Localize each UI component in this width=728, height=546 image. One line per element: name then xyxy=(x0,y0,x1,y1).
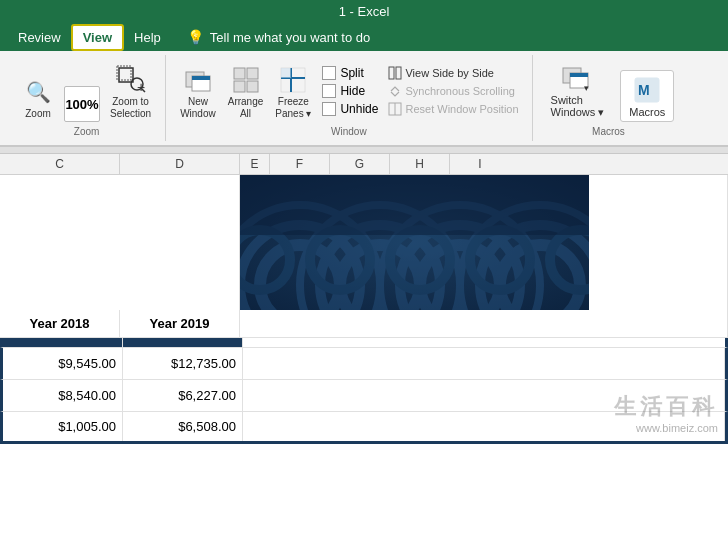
svg-text:M: M xyxy=(638,82,650,98)
view-side-icon xyxy=(388,66,402,80)
svg-rect-22 xyxy=(570,73,588,77)
switch-windows-label: SwitchWindows ▾ xyxy=(551,94,605,119)
sync-scroll-label: Synchronous Scrolling xyxy=(405,85,514,97)
tell-me-text: Tell me what you want to do xyxy=(210,30,370,45)
cell-rest-1 xyxy=(243,348,725,379)
svg-rect-8 xyxy=(234,68,245,79)
macros-label: Macros xyxy=(629,106,665,118)
svg-rect-44 xyxy=(240,175,589,235)
lightbulb-icon: 💡 xyxy=(187,29,204,45)
split-hide-group: Split Hide Unhide xyxy=(319,65,381,117)
unhide-label: Unhide xyxy=(340,102,378,116)
window-group-label: Window xyxy=(331,126,367,137)
synchronous-scrolling-button[interactable]: Synchronous Scrolling xyxy=(385,83,521,99)
zoom-icon: 🔍 xyxy=(22,76,54,108)
cell-d2[interactable]: $6,227.00 xyxy=(123,380,243,411)
table-header-rest xyxy=(243,338,725,347)
ribbon-zoom-group: 🔍 Zoom 100% + Zoom toSelection xyxy=(8,55,166,141)
wave-svg xyxy=(240,175,589,310)
cell-d3[interactable]: $6,508.00 xyxy=(123,412,243,441)
year-header-row: Year 2018 Year 2019 xyxy=(0,310,728,338)
svg-text:▾: ▾ xyxy=(584,83,589,93)
reset-pos-icon xyxy=(388,102,402,116)
empty-cell-image-right xyxy=(589,175,728,310)
empty-header-cell xyxy=(240,310,728,337)
view-side-group: View Side by Side Synchronous Scrolling … xyxy=(385,65,521,117)
zoom-100-label: 100% xyxy=(65,97,98,112)
svg-rect-16 xyxy=(389,67,394,79)
ribbon-switch-macros-group: ▾ SwitchWindows ▾ M Macros Macros xyxy=(533,55,685,141)
reset-window-position-button[interactable]: Reset Window Position xyxy=(385,101,521,117)
svg-rect-10 xyxy=(234,81,245,92)
title-bar: 1 - Excel xyxy=(0,0,728,23)
col-header-h[interactable]: H xyxy=(390,154,450,174)
new-window-label: NewWindow xyxy=(180,96,216,120)
split-button[interactable]: Split xyxy=(319,65,381,81)
new-window-button[interactable]: NewWindow xyxy=(176,62,220,122)
switch-windows-icon: ▾ xyxy=(562,62,592,94)
view-side-label: View Side by Side xyxy=(405,67,493,79)
menu-review[interactable]: Review xyxy=(8,26,71,49)
title-text: 1 - Excel xyxy=(339,4,390,19)
tell-me-bar[interactable]: 💡 Tell me what you want to do xyxy=(187,29,370,45)
spreadsheet-image xyxy=(240,175,589,310)
zoom-group-label: Zoom xyxy=(74,126,100,137)
col-header-d[interactable]: D xyxy=(120,154,240,174)
unhide-button[interactable]: Unhide xyxy=(319,101,381,117)
spreadsheet-container: C D E F G H I xyxy=(0,154,728,444)
table-header-d xyxy=(123,338,243,347)
col-header-i[interactable]: I xyxy=(450,154,510,174)
zoom-button[interactable]: 🔍 Zoom xyxy=(18,74,58,122)
arrange-all-button[interactable]: ArrangeAll xyxy=(224,62,268,122)
column-headers: C D E F G H I xyxy=(0,154,728,175)
watermark-area: 生活百科 www.bimeiz.com xyxy=(614,392,718,434)
macros-icon: M xyxy=(632,74,662,106)
hide-button[interactable]: Hide xyxy=(319,83,381,99)
table-header-row xyxy=(0,338,728,348)
ribbon-window-group: NewWindow ArrangeAll xyxy=(166,55,532,141)
zoom-to-selection-button[interactable]: + Zoom toSelection xyxy=(106,62,155,122)
menu-view[interactable]: View xyxy=(71,24,124,51)
year-2019-cell: Year 2019 xyxy=(120,310,240,337)
svg-rect-9 xyxy=(247,68,258,79)
ribbon: 🔍 Zoom 100% + Zoom toSelection xyxy=(0,51,728,146)
switch-windows-button[interactable]: ▾ SwitchWindows ▾ xyxy=(543,59,613,122)
split-checkbox xyxy=(322,66,336,80)
freeze-panes-button[interactable]: FreezePanes ▾ xyxy=(271,62,315,122)
macros-button[interactable]: M Macros xyxy=(620,70,674,122)
zoom-group-content: 🔍 Zoom 100% + Zoom toSelection xyxy=(18,59,155,122)
arrange-all-icon xyxy=(230,64,262,96)
col-header-g[interactable]: G xyxy=(330,154,390,174)
col-header-f[interactable]: F xyxy=(270,154,330,174)
svg-rect-17 xyxy=(396,67,401,79)
svg-rect-7 xyxy=(192,76,210,80)
macros-group-label: Macros xyxy=(592,126,625,137)
zoom-label: Zoom xyxy=(25,108,51,120)
cell-c3[interactable]: $1,005.00 xyxy=(3,412,123,441)
empty-cell-image-left xyxy=(0,175,240,310)
window-group-content: NewWindow ArrangeAll xyxy=(176,59,521,122)
menu-bar: Review View Help 💡 Tell me what you want… xyxy=(0,23,728,51)
col-header-c[interactable]: C xyxy=(0,154,120,174)
switch-macros-content: ▾ SwitchWindows ▾ M Macros xyxy=(543,59,675,122)
watermark-url: www.bimeiz.com xyxy=(636,422,718,434)
freeze-panes-label: FreezePanes ▾ xyxy=(275,96,311,120)
view-side-by-side-button[interactable]: View Side by Side xyxy=(385,65,521,81)
menu-help[interactable]: Help xyxy=(124,26,171,49)
zoom-to-selection-label: Zoom toSelection xyxy=(110,96,151,120)
zoom-selection-icon: + xyxy=(115,64,147,96)
reset-window-label: Reset Window Position xyxy=(405,103,518,115)
cell-d1[interactable]: $12,735.00 xyxy=(123,348,243,379)
col-header-e[interactable]: E xyxy=(240,154,270,174)
hide-label: Hide xyxy=(340,84,365,98)
freeze-panes-icon xyxy=(277,64,309,96)
table-header-c xyxy=(3,338,123,347)
cell-c1[interactable]: $9,545.00 xyxy=(3,348,123,379)
split-label: Split xyxy=(340,66,363,80)
image-row xyxy=(0,175,728,310)
sync-scroll-icon xyxy=(388,84,402,98)
svg-rect-11 xyxy=(247,81,258,92)
zoom-100-button[interactable]: 100% xyxy=(64,86,100,122)
cell-c2[interactable]: $8,540.00 xyxy=(3,380,123,411)
svg-rect-15 xyxy=(281,68,291,78)
